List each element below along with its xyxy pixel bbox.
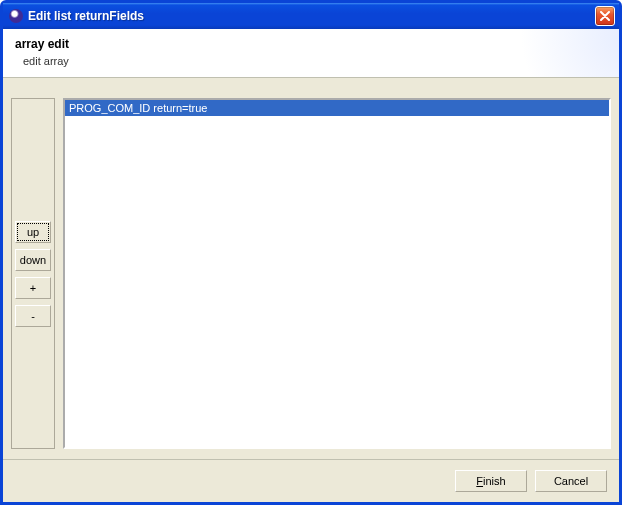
list-item[interactable]: PROG_COM_ID return=true <box>65 100 609 116</box>
side-button-panel: up down + - <box>11 98 55 449</box>
app-icon <box>9 9 23 23</box>
dialog-body: up down + - PROG_COM_ID return=true <box>3 78 619 459</box>
list-panel[interactable]: PROG_COM_ID return=true <box>63 98 611 449</box>
header-title: array edit <box>15 37 607 51</box>
close-button[interactable] <box>595 6 615 26</box>
remove-button[interactable]: - <box>15 305 51 327</box>
down-button[interactable]: down <box>15 249 51 271</box>
add-button[interactable]: + <box>15 277 51 299</box>
header-subtitle: edit array <box>23 55 607 67</box>
title-bar[interactable]: Edit list returnFields <box>3 3 619 29</box>
dialog-footer: Finish Cancel <box>3 459 619 502</box>
up-button[interactable]: up <box>15 221 51 243</box>
cancel-button[interactable]: Cancel <box>535 470 607 492</box>
finish-button[interactable]: Finish <box>455 470 527 492</box>
window-title: Edit list returnFields <box>28 9 595 23</box>
dialog-window: Edit list returnFields array edit edit a… <box>0 0 622 505</box>
dialog-header: array edit edit array <box>3 29 619 78</box>
close-icon <box>600 11 610 21</box>
finish-label-rest: inish <box>483 475 506 487</box>
